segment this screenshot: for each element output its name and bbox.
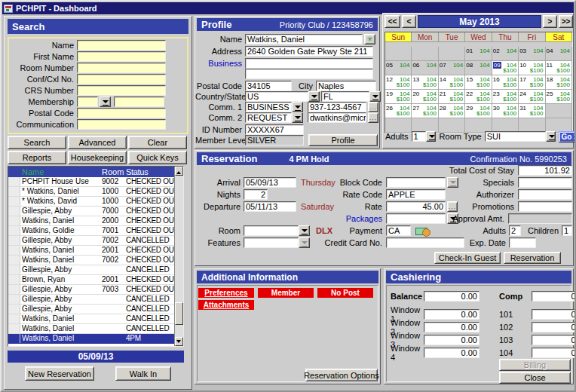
close-button[interactable]: Close	[499, 372, 571, 384]
advanced-button[interactable]: Advanced	[68, 136, 127, 149]
table-row[interactable]: Brown, Ryan 2001 CHECKED OUT	[8, 275, 183, 285]
check-in-guest-button[interactable]: Check-In Guest	[434, 252, 501, 264]
calendar-day-cell[interactable]: 17 104 $100	[519, 75, 545, 90]
address-field[interactable]: 2640 Golden Gate Pkwy Ste 211	[245, 46, 373, 57]
country-field[interactable]: US	[245, 91, 308, 102]
comm2-type-field[interactable]: REQUEST	[245, 112, 292, 123]
room-type-dropdown-icon[interactable]	[546, 131, 556, 142]
comm1-ellipsis-button[interactable]: ...	[368, 102, 378, 112]
profile-lookup-icon[interactable]	[364, 34, 375, 44]
country-dropdown-icon[interactable]	[308, 91, 320, 102]
comm2-dropdown-icon[interactable]	[292, 112, 303, 123]
calendar-day-cell[interactable]: 19 104 $100	[385, 90, 412, 104]
crs-number-input[interactable]	[77, 85, 166, 96]
calendar-day-cell[interactable]: 16 104 $100	[492, 75, 519, 90]
adults-field[interactable]: 1	[412, 131, 426, 142]
search-button[interactable]: Search	[8, 136, 66, 149]
first-name-input[interactable]	[77, 51, 166, 62]
indicator-lamp[interactable]: Attachments	[198, 300, 254, 310]
children-field[interactable]: 1	[562, 225, 572, 236]
conf-cxl-input[interactable]	[77, 74, 166, 84]
table-row[interactable]: Watkins, Daniel CANCELLED	[8, 314, 183, 324]
comm1-type-field[interactable]: BUSINESS	[245, 102, 292, 112]
calendar-day-cell[interactable]: 24 104 $100	[519, 90, 545, 104]
table-row[interactable]: Watkins, Goldie 7001 CHECKED OUT	[8, 226, 183, 236]
table-row[interactable]: PCHPIT House Use 9002 CHECKED OUT	[8, 177, 183, 187]
calendar-day-cell[interactable]: 21 104 $100	[439, 90, 465, 104]
table-row[interactable]: Gillespie, Abby 7003 CHECKED OUT	[8, 285, 183, 295]
calendar-day-cell[interactable]: 10 104 $100	[519, 61, 545, 75]
calendar-day-cell[interactable]	[546, 104, 572, 118]
calendar-day-cell[interactable]: 09 104 $100	[492, 61, 519, 75]
table-row[interactable]: Gillespie, Abby 7000 CHECKED OUT	[8, 207, 183, 216]
indicator-lamp[interactable]: No Post	[317, 288, 373, 298]
authorizer-field[interactable]	[518, 189, 572, 200]
calendar-day-cell[interactable]: 06 104	[412, 61, 438, 75]
table-row[interactable]: Gillespie, Abby CANCELLED	[8, 265, 183, 275]
table-row[interactable]: Watkins, Daniel 2001 CHECKED OUT	[8, 246, 183, 256]
comm2-value-field[interactable]: dwatkins@micros	[308, 112, 366, 123]
calendar-day-cell[interactable]: 26 104 $100	[385, 104, 412, 118]
new-reservation-button[interactable]: New Reservation	[25, 366, 94, 381]
exp-date-field[interactable]	[509, 237, 536, 248]
scroll-down-icon[interactable]	[175, 337, 183, 346]
adults-dropdown-icon[interactable]	[426, 131, 436, 142]
postal-code-input[interactable]	[77, 108, 166, 118]
promotions-field[interactable]	[518, 201, 572, 212]
calendar-day-cell[interactable]: 12 104 $100	[385, 75, 412, 90]
membership-number-input[interactable]	[114, 96, 164, 107]
calendar-day-cell[interactable]: 15 104 $100	[465, 75, 492, 90]
column-header-name[interactable]: Name	[20, 167, 100, 177]
indicator-lamp[interactable]: Preferences	[198, 288, 254, 298]
business-field-1[interactable]	[245, 58, 373, 69]
table-row[interactable]: Gillespie, Abby CANCELLED	[8, 305, 183, 314]
calendar-day-cell[interactable]: 04 104	[546, 47, 572, 61]
calendar-day-cell[interactable]: 05 104	[385, 61, 412, 75]
calendar-day-cell[interactable]: 25 104 $100	[546, 90, 572, 104]
calendar-day-cell[interactable]	[412, 47, 438, 61]
table-row[interactable]: Watkins, Daniel 7002 CHECKED OUT	[8, 256, 183, 265]
comm1-value-field[interactable]: 937-123-4567	[308, 102, 366, 112]
calendar-day-cell[interactable]: 30 104 $100	[492, 104, 519, 118]
calendar-day-cell[interactable]: 18 104 $100	[546, 75, 572, 90]
city-field[interactable]: Naples	[316, 81, 376, 91]
table-row[interactable]: Gillespie, Abby CANCELLED	[8, 295, 183, 305]
comm2-ellipsis-button[interactable]: ...	[368, 112, 378, 123]
calendar-day-cell[interactable]: 02 104	[492, 47, 519, 61]
calendar-day-cell[interactable]: 01 104	[465, 47, 492, 61]
state-field[interactable]: FL	[321, 91, 369, 102]
table-row[interactable]: Watkins, Daniel 4PM	[8, 334, 183, 344]
state-dropdown-icon[interactable]	[369, 91, 381, 102]
clear-button[interactable]: Clear	[128, 136, 187, 149]
table-row[interactable]: * Watkins, David 1000 CHECKED OUT	[8, 197, 183, 207]
column-header-room[interactable]: Room	[100, 167, 124, 177]
specials-field[interactable]	[518, 177, 572, 188]
comm1-dropdown-icon[interactable]	[292, 102, 303, 112]
profile-button[interactable]: Profile	[308, 134, 378, 146]
business-field-2[interactable]	[245, 69, 373, 79]
calendar-day-cell[interactable]: 29 104 $100	[465, 104, 492, 118]
calendar-day-cell[interactable]: 31 104 $100	[519, 104, 545, 118]
membership-type-input[interactable]	[77, 96, 98, 107]
table-row[interactable]: Watkins, Daniel CANCELLED	[8, 324, 183, 334]
profile-postal-field[interactable]: 34105	[245, 81, 292, 91]
calendar-day-cell[interactable]: 23 104 $100	[492, 90, 519, 104]
housekeeping-button[interactable]: Housekeeping	[68, 151, 127, 164]
communication-input[interactable]	[77, 119, 166, 130]
calendar-day-cell[interactable]: 14 104 $100	[439, 75, 465, 90]
next-month-button[interactable]: >	[543, 15, 557, 28]
reservation-options-button[interactable]: Reservation Options	[305, 369, 378, 381]
calendar-day-cell[interactable]: 08 104	[465, 61, 492, 75]
name-input[interactable]	[77, 40, 166, 51]
room-number-input[interactable]	[77, 63, 166, 73]
id-number-field[interactable]: XXXXX67	[245, 124, 304, 135]
table-row[interactable]: Gillespie, Abby 7002 CANCELLED	[8, 236, 183, 246]
prev-month-button[interactable]: <	[402, 15, 416, 28]
quick-keys-button[interactable]: Quick Keys	[128, 151, 187, 164]
calendar-day-cell[interactable]: 13 104 $100	[412, 75, 438, 90]
calendar-day-cell[interactable]: 03 104	[519, 47, 545, 61]
indicator-lamp[interactable]: Member	[258, 288, 314, 298]
membership-dropdown-icon[interactable]	[100, 96, 111, 107]
go-button[interactable]: Go >	[559, 131, 576, 142]
profile-name-field[interactable]: Watkins, Daniel	[245, 34, 363, 44]
